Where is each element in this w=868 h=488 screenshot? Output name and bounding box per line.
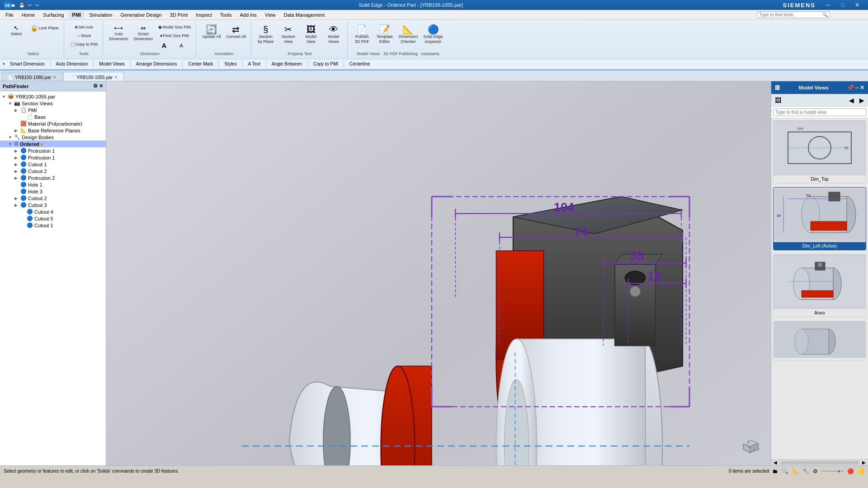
expand-icon[interactable]: ▶ <box>14 155 19 160</box>
tree-cutout4[interactable]: 🔵 Cutout 4 <box>0 208 106 215</box>
mv-toolbar-icon1[interactable]: 🖼 <box>773 96 783 105</box>
tree-cutout2b[interactable]: ▶ 🔵 Cutout 2 <box>0 195 106 202</box>
close-tab-1055[interactable]: ✕ <box>114 75 118 80</box>
menu-home[interactable]: Home <box>18 11 38 19</box>
menu-surfacing[interactable]: Surfacing <box>39 11 67 19</box>
tree-cutout2a[interactable]: ▶ 🔵 Cutout 2 <box>0 168 106 174</box>
mv-close-icon[interactable]: ✕ <box>860 84 864 91</box>
tree-design-bodies[interactable]: ▼ 🔧 Design Bodies <box>0 134 106 141</box>
menu-generative-design[interactable]: Generative Design <box>117 11 165 19</box>
smart-dimension-tb2[interactable]: Smart Dimension <box>8 61 47 67</box>
close-tab-1080[interactable]: ✕ <box>53 75 57 80</box>
text-b-button[interactable]: A <box>173 41 189 51</box>
centerline-tb2[interactable]: Centerline <box>348 61 372 67</box>
model-size-pmi-button[interactable]: ◉ Model Size PMI <box>156 23 193 31</box>
convert-all-button[interactable]: ⇄ Convert All <box>224 23 248 41</box>
model-view-button[interactable]: 🖼 ModelView <box>300 23 322 46</box>
menu-addins[interactable]: Add Ins <box>236 11 260 19</box>
auto-dimension-button[interactable]: ⟷ AutoDimension <box>107 23 131 43</box>
minimize-button[interactable]: ─ <box>821 0 835 10</box>
tree-base[interactable]: 📄 Base <box>0 113 106 120</box>
qa-icon[interactable]: 🖿 <box>11 3 15 8</box>
text-a-button[interactable]: A <box>156 41 172 51</box>
select-button[interactable]: ↖ Select <box>5 23 27 38</box>
expand-icon[interactable]: ▶ <box>14 128 19 133</box>
mv-horizontal-scrollbar[interactable]: ◀ ▶ <box>771 459 868 465</box>
tree-cutout1[interactable]: ▶ 🔵 Cutout 1 <box>0 161 106 168</box>
arrange-dimensions-tb2[interactable]: Arrange Dimensions <box>134 61 179 67</box>
zoom-slider[interactable]: ─────●─ <box>821 469 844 474</box>
expand-icon[interactable]: ▶ <box>14 169 19 174</box>
mv-pin-icon[interactable]: 📌 <box>847 84 854 91</box>
menu-inspect[interactable]: Inspect <box>192 11 215 19</box>
section-view-button[interactable]: ✂ SectionView <box>278 23 299 46</box>
tree-protrusion2[interactable]: ▶ 🔵 Protrusion 2 <box>0 174 106 181</box>
doc-tab-1080[interactable]: 📄 YRB100-1080.par ✕ <box>2 72 62 81</box>
menu-view[interactable]: View <box>261 11 279 19</box>
mv-item-anno[interactable]: Anno <box>773 254 866 317</box>
menu-3dprint[interactable]: 3D Print <box>166 11 192 19</box>
pixel-size-pmi-button[interactable]: ● Pixel Size PMI <box>156 32 193 40</box>
qa-undo[interactable]: ↩ <box>28 3 32 8</box>
mv-item-empty[interactable] <box>773 321 866 361</box>
expand-icon[interactable]: ▶ <box>14 176 19 180</box>
mv-item-dim-top[interactable]: 104 35 Dim_Top <box>773 120 866 183</box>
mv-scroll-right[interactable]: ▶ <box>861 460 867 465</box>
copy-to-pmi-tb2[interactable]: Copy to PMI <box>311 61 340 67</box>
model-views-search-input[interactable] <box>773 108 866 116</box>
publish-3dpdf-button[interactable]: 📄 Publish3D PDF <box>351 23 373 46</box>
move-button[interactable]: ↔ Move <box>68 32 100 40</box>
pathfinder-settings-icon[interactable]: ⚙ <box>93 83 98 89</box>
center-mark-tb2[interactable]: Center Mark <box>186 61 215 67</box>
tree-cutout5[interactable]: 🔵 Cutout 5 <box>0 215 106 222</box>
auto-dimension-tb2[interactable]: Auto Dimension <box>54 61 90 67</box>
tree-root[interactable]: ▼ 📦 YRB100-1055.par <box>0 93 106 100</box>
menu-data-management[interactable]: Data Management <box>280 11 328 19</box>
tree-cutout3[interactable]: ▶ 🔵 Cutout 3 <box>0 202 106 208</box>
menu-tools[interactable]: Tools <box>217 11 236 19</box>
styles-tb2[interactable]: Styles <box>222 61 238 67</box>
angle-between-tb2[interactable]: Angle Between <box>270 61 304 67</box>
update-all-button[interactable]: 🔄 Update All <box>200 23 223 41</box>
pathfinder-close-icon[interactable]: ✕ <box>99 83 103 89</box>
tree-protrusion1b[interactable]: ▶ 🔵 Protrusion 1 <box>0 154 106 161</box>
close-button[interactable]: ✕ <box>850 0 864 10</box>
lock-plane-button[interactable]: 🔒 Lock Plane <box>28 23 61 33</box>
expand-icon[interactable]: ▶ <box>14 108 19 113</box>
tree-cutout1b[interactable]: 🔵 Cutout 1 <box>0 222 106 229</box>
menu-file[interactable]: File <box>2 11 17 19</box>
doc-tab-1055[interactable]: 📄 YRB100-1055.par ✕ <box>63 72 124 81</box>
mv-nav-right[interactable]: ▶ <box>858 96 866 105</box>
tree-protrusion1a[interactable]: ▶ 🔵 Protrusion 1 <box>0 147 106 154</box>
tree-section-views[interactable]: ▼ 📷 Section Views <box>0 100 106 107</box>
mv-minimize-icon[interactable]: ─ <box>855 84 859 91</box>
expand-icon[interactable]: ▼ <box>2 94 6 99</box>
tree-ordered[interactable]: ▼ ⚙ Ordered ▶ <box>0 141 106 147</box>
viewport[interactable]: 104 74 35 18 <box>106 81 771 465</box>
section-by-plane-button[interactable]: § Sectionby Plane <box>255 23 277 46</box>
template-editor-button[interactable]: 📝 TemplateEditor <box>374 23 396 46</box>
mv-scroll-left[interactable]: ◀ <box>772 460 778 465</box>
copy-to-pmi-button[interactable]: 📋 Copy to PMI <box>68 41 100 48</box>
tree-pmi[interactable]: ▶ 📋 PMI <box>0 107 106 113</box>
menu-simulation[interactable]: Simulation <box>85 11 116 19</box>
search-tools-input[interactable] <box>759 12 822 17</box>
expand-icon[interactable]: ▶ <box>14 203 19 207</box>
model-views-button[interactable]: 👁 ModelViews <box>323 23 344 46</box>
tree-hole1[interactable]: 🔵 Hole 1 <box>0 181 106 188</box>
orientation-cube[interactable]: X Y Z <box>736 431 764 458</box>
tree-base-ref-planes[interactable]: ▶ 📐 Base Reference Planes <box>0 127 106 134</box>
expand-icon[interactable]: ▼ <box>8 135 13 140</box>
set-axis-button[interactable]: ⊕ Set Axis <box>68 23 100 31</box>
smart-dimension-button[interactable]: ⇔ SmartDimension <box>132 23 156 43</box>
expand-icon[interactable]: ▶ <box>14 162 19 167</box>
model-views-tb2[interactable]: Model Views <box>97 61 127 67</box>
qa-save[interactable]: 💾 <box>19 3 24 8</box>
dimension-checker-button[interactable]: 📐 DimensionChecker <box>396 23 420 46</box>
solid-edge-inspector-button[interactable]: 🔵 Solid Edgeinspector <box>421 23 445 46</box>
menu-pmi[interactable]: PMI <box>69 11 85 19</box>
expand-icon[interactable]: ▼ <box>8 101 13 106</box>
mv-nav-left[interactable]: ◀ <box>847 96 856 105</box>
tree-hole3[interactable]: 🔵 Hole 3 <box>0 188 106 195</box>
text-tb2[interactable]: A Text <box>246 61 262 67</box>
